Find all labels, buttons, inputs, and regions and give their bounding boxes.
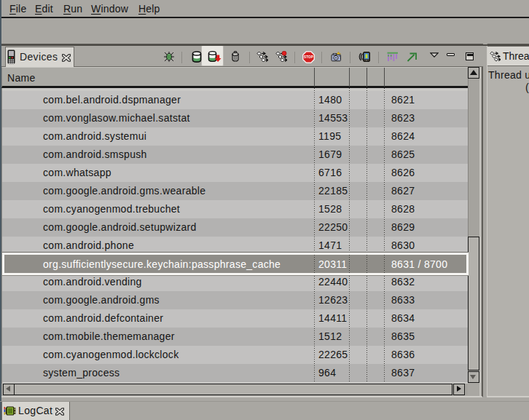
svg-text:STOP: STOP (304, 55, 313, 59)
